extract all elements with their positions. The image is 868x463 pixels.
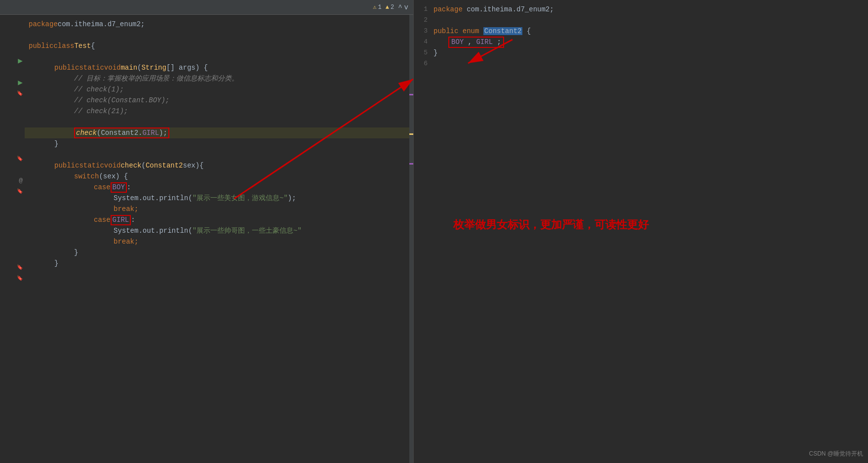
- code-line-20: System.out.println( "展示一些帅哥图，一些土豪信息~": [25, 225, 413, 236]
- r-comma: ,: [468, 38, 476, 46]
- code-line-7: // check(1);: [25, 84, 413, 95]
- comment-2: // check(1);: [74, 84, 124, 95]
- r-class-constant2: Constant2: [483, 27, 523, 35]
- r-girl-val: GIRL: [476, 38, 493, 46]
- right-code-2: [434, 15, 868, 26]
- left-scrollbar[interactable]: [409, 15, 413, 463]
- gutter-23: 🔖: [0, 273, 25, 284]
- type-constant2: Constant2: [146, 160, 183, 171]
- kw-break-2: break;: [114, 236, 138, 247]
- line-num-1: 1: [414, 4, 434, 15]
- purple-scroll-marker-1: [409, 94, 413, 95]
- kw-break-1: break;: [114, 204, 138, 214]
- code-line-12: }: [25, 138, 413, 149]
- r-brace-close: }: [434, 49, 437, 57]
- r-kw-enum: enum: [463, 27, 483, 35]
- code-line-3: public class Test {: [25, 41, 413, 51]
- warning-badge-2[interactable]: ▲ 2: [386, 4, 394, 11]
- right-line-1: 1 package com.itheima.d7_enum2;: [414, 4, 868, 15]
- kw-case-2: case: [94, 214, 111, 225]
- code-line-2: [25, 30, 413, 41]
- code-line-22: }: [25, 247, 413, 258]
- yellow-scroll-marker: [409, 133, 413, 135]
- line-num-6: 6: [414, 58, 434, 69]
- kw-public-3: public: [54, 160, 79, 171]
- right-code-1: package com.itheima.d7_enum2;: [434, 4, 868, 15]
- switch-expr: (sex) {: [99, 171, 128, 182]
- r-kw-package: package: [434, 5, 467, 13]
- left-gutter: ▶ ▶ 🔖: [0, 34, 25, 284]
- r-pkg-name: com.itheima.d7_enum2;: [467, 5, 553, 13]
- warning-count-2: 2: [391, 4, 394, 11]
- gutter-18: [0, 218, 25, 229]
- right-code-4: BOY , GIRL ;: [434, 37, 868, 48]
- code-line-5: public static void main ( String [] args…: [25, 62, 413, 73]
- left-code-area: ▶ ▶ 🔖: [0, 15, 413, 463]
- right-code-5: }: [434, 47, 868, 58]
- gutter-21: [0, 251, 25, 262]
- gutter-15: 🔖: [0, 186, 25, 197]
- gutter-4: [0, 66, 25, 77]
- purple-scroll-marker-2: [409, 163, 413, 165]
- gutter-8: [0, 110, 25, 121]
- code-line-15: switch (sex) {: [25, 171, 413, 182]
- right-code-content: 1 package com.itheima.d7_enum2; 2 3 publ…: [414, 0, 868, 73]
- gutter-run-2[interactable]: ▶: [0, 77, 25, 88]
- warning-icon-2: ▲: [386, 4, 389, 11]
- kw-package: package: [29, 19, 58, 30]
- sys-out-2: System.out.println(: [114, 225, 193, 236]
- kw-public-1: public: [29, 41, 53, 51]
- gutter-12: 🔖: [0, 153, 25, 164]
- r-semicolon: ;: [497, 38, 501, 46]
- gutter-19: [0, 229, 25, 240]
- code-line-16: case BOY :: [25, 182, 413, 193]
- brace-open-1: {: [91, 41, 95, 51]
- kw-void-1: void: [104, 62, 121, 73]
- type-string: String: [141, 62, 166, 73]
- code-line-1: package com.itheima.d7_enum2;: [25, 19, 413, 30]
- left-code-content: package com.itheima.d7_enum2; public cla…: [0, 15, 413, 269]
- enum-girl-case: GIRL: [113, 216, 129, 224]
- right-line-6: 6: [414, 58, 868, 69]
- gutter-11: [0, 142, 25, 153]
- left-panel: ⚠ 1 ▲ 2 ^ v ▶: [0, 0, 414, 463]
- warning-count-1: 1: [378, 4, 382, 11]
- method-check-call: check: [76, 128, 97, 137]
- comment-4: // check(21);: [74, 106, 128, 117]
- code-line-8: // check(Constant.BOY);: [25, 95, 413, 106]
- param-sex: sex){: [183, 160, 204, 171]
- case-girl-colon: :: [131, 214, 135, 225]
- right-line-2: 2: [414, 15, 868, 26]
- enum-girl-ref: GIRL: [142, 128, 159, 137]
- str-girl: "展示一些帅哥图，一些土豪信息~": [193, 225, 302, 236]
- watermark: CSDN @睡觉待开机: [809, 450, 863, 458]
- gutter-13: [0, 164, 25, 175]
- method-check-decl: check: [120, 160, 141, 171]
- warning-badge-1[interactable]: ⚠ 1: [373, 3, 381, 11]
- gutter-2: [0, 44, 25, 55]
- gutter-20: [0, 240, 25, 251]
- brace-close-switch: }: [74, 247, 78, 258]
- str-boy: "展示一些美女图，游戏信息~": [193, 193, 288, 204]
- code-line-17: System.out.println( "展示一些美女图，游戏信息~" );: [25, 193, 413, 204]
- gutter-7: [0, 99, 25, 110]
- comment-3: // check(Constant.BOY);: [74, 95, 169, 106]
- right-panel: 1 package com.itheima.d7_enum2; 2 3 publ…: [414, 0, 868, 463]
- code-line-21: break;: [25, 236, 413, 247]
- code-line-19: case GIRL :: [25, 214, 413, 225]
- code-line-23: }: [25, 258, 413, 269]
- brace-close-main: }: [54, 138, 58, 149]
- sys-out-1: System.out.println(: [114, 193, 193, 204]
- main-params: (: [137, 62, 141, 73]
- enum-boy-case: BOY: [113, 183, 125, 191]
- line-num-2: 2: [414, 15, 434, 26]
- kw-switch: switch: [74, 171, 99, 182]
- nav-down-button[interactable]: v: [404, 3, 408, 11]
- gutter-run-1[interactable]: ▶: [0, 55, 25, 66]
- gutter-1: [0, 34, 25, 44]
- nav-up-button[interactable]: ^: [398, 3, 402, 11]
- gutter-22: 🔖: [0, 262, 25, 273]
- r-kw-public: public: [434, 27, 463, 35]
- line-num-3: 3: [414, 26, 434, 37]
- println1-close: );: [288, 193, 296, 204]
